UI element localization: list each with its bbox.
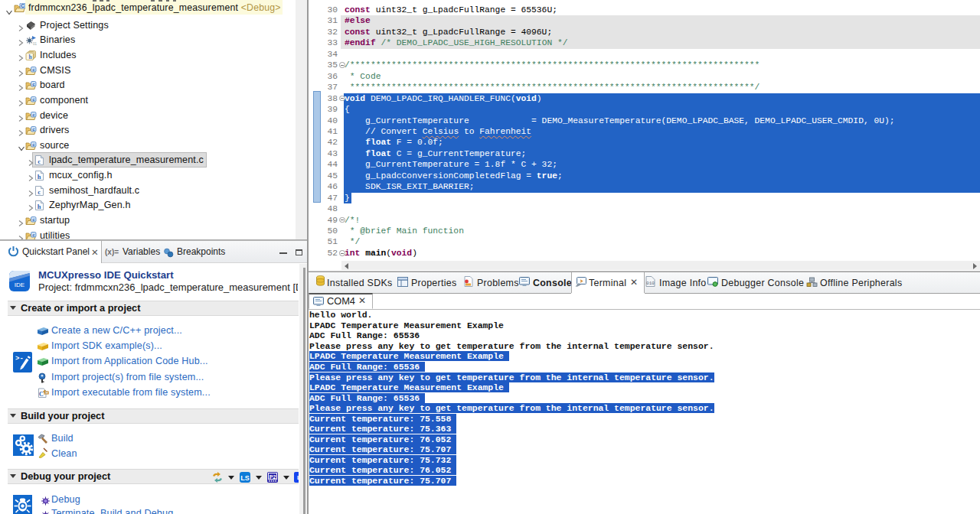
svg-text:01: 01	[33, 42, 37, 46]
svg-text:010: 010	[646, 281, 655, 286]
svg-text:h: h	[38, 173, 41, 181]
svg-text:h: h	[38, 203, 41, 210]
svg-text:P2: P2	[270, 474, 276, 480]
svg-text:C: C	[39, 390, 44, 397]
svg-text:C: C	[21, 3, 24, 8]
svg-text:LS: LS	[240, 474, 250, 482]
svg-text:c: c	[38, 188, 41, 196]
svg-text:LI: LI	[297, 475, 299, 480]
svg-text:>-: >-	[15, 355, 24, 363]
svg-text:IDE: IDE	[15, 281, 24, 288]
svg-text:c: c	[38, 158, 41, 165]
